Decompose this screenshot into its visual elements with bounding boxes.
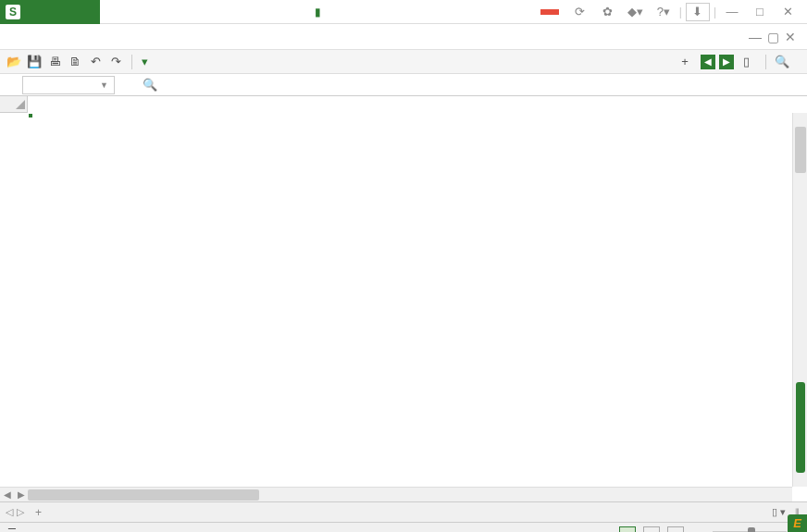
menubar-close-icon[interactable]: ✕ — [785, 30, 796, 44]
menubar: — ▢ ✕ — [0, 24, 807, 50]
skin-icon[interactable]: ◆▾ — [624, 3, 648, 21]
fill-handle[interactable] — [28, 113, 33, 118]
tab-prev-button[interactable]: ◀ — [701, 55, 715, 69]
titlebar: S ▮ ⟳ ✿ ◆▾ ?▾ | ⬇ | — □ ✕ — [0, 0, 807, 24]
menubar-restore-icon[interactable]: ▢ — [767, 30, 779, 44]
statusbar-menu-icon[interactable]: ☰ — [7, 526, 17, 532]
watermark: E — [788, 514, 807, 532]
file-icon: ▮ — [315, 6, 321, 19]
open-icon[interactable]: 📂 — [6, 54, 22, 70]
formula-bar: ▼ 🔍 — [0, 74, 807, 96]
horizontal-scrollbar[interactable]: ◀ ▶ — [0, 487, 792, 501]
help-icon[interactable]: ?▾ — [652, 3, 676, 21]
sheet-nav-last-icon[interactable]: ▷ — [17, 506, 24, 518]
settings-icon[interactable]: ✿ — [596, 3, 620, 21]
sheet-tabs-bar: ◁ ▷ + ▯ ▾ ⦀ — [0, 501, 807, 522]
document-title-area: ▮ — [100, 6, 540, 19]
spreadsheet-area: ◀ ▶ — [0, 96, 807, 501]
add-tab-icon[interactable]: + — [677, 54, 693, 70]
view-break-button[interactable] — [667, 526, 684, 533]
dropdown-icon[interactable]: ▾ — [136, 54, 153, 70]
name-box[interactable]: ▼ — [22, 76, 115, 94]
vscroll-secondary-thumb[interactable] — [796, 382, 805, 473]
wps-logo-icon: S — [6, 5, 20, 19]
sync-icon[interactable]: ⟳ — [568, 3, 592, 21]
save-icon[interactable]: 💾 — [26, 54, 43, 70]
minimize-button[interactable]: — — [720, 3, 744, 21]
download-icon[interactable]: ⬇ — [686, 3, 710, 21]
print-icon[interactable]: 🖶 — [46, 54, 63, 70]
undo-icon[interactable]: ↶ — [87, 54, 104, 70]
select-all-corner[interactable] — [0, 96, 28, 113]
formula-search-icon[interactable]: 🔍 — [143, 78, 157, 92]
search-icon[interactable]: 🔍 — [774, 54, 790, 70]
view-normal-button[interactable] — [619, 526, 636, 533]
hscroll-right-icon[interactable]: ▶ — [14, 488, 28, 501]
maximize-button[interactable]: □ — [748, 3, 772, 21]
app-brand: S — [0, 0, 100, 24]
titlebar-controls: ⟳ ✿ ◆▾ ?▾ | ⬇ | — □ ✕ — [540, 3, 807, 21]
hscroll-thumb[interactable] — [28, 489, 259, 501]
close-button[interactable]: ✕ — [776, 3, 800, 21]
view-layout-button[interactable] — [643, 526, 660, 533]
zoom-out-button[interactable]: − — [699, 527, 704, 533]
statusbar: ☰ − + — [0, 522, 807, 532]
hscroll-left-icon[interactable]: ◀ — [0, 488, 14, 501]
sheet-options-icon[interactable]: ▯ ▾ — [772, 506, 786, 518]
vertical-scrollbar[interactable] — [792, 113, 807, 487]
name-box-dropdown-icon[interactable]: ▼ — [100, 80, 108, 90]
redo-icon[interactable]: ↷ — [107, 54, 124, 70]
login-button[interactable] — [540, 9, 559, 15]
zoom-thumb[interactable] — [748, 527, 755, 532]
quick-toolbar: 📂 💾 🖶 🗎 ↶ ↷ ▾ + ◀ ▶ ▯ 🔍 — [0, 50, 807, 74]
print-preview-icon[interactable]: 🗎 — [67, 54, 83, 70]
add-sheet-button[interactable]: + — [28, 506, 49, 519]
menubar-minimize-icon[interactable]: — — [749, 30, 762, 44]
tab-next-button[interactable]: ▶ — [719, 55, 734, 69]
tab-list-icon[interactable]: ▯ — [738, 54, 754, 70]
sheet-nav-first-icon[interactable]: ◁ — [6, 506, 13, 518]
grid[interactable] — [28, 113, 792, 487]
vscroll-thumb[interactable] — [795, 127, 806, 173]
